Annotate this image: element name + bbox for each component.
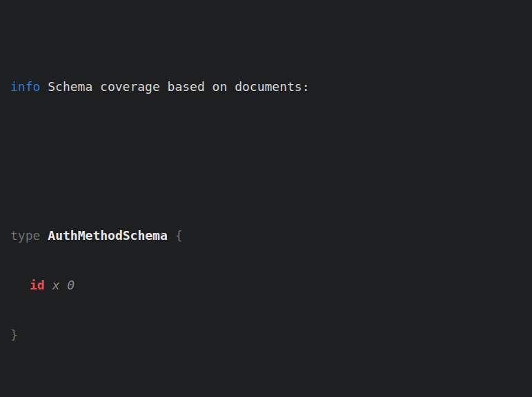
blank-line [10, 393, 525, 397]
info-badge: info [10, 79, 40, 94]
type-name: AuthMethodSchema [48, 228, 167, 243]
info-message: Schema coverage based on documents: [48, 79, 309, 94]
open-brace: { [175, 228, 183, 243]
field-line: idx 0 [10, 277, 525, 294]
log-info-line: info Schema coverage based on documents: [10, 79, 525, 95]
block-close-line: } [10, 327, 525, 343]
field-name: id [30, 278, 45, 292]
terminal-output: info Schema coverage based on documents:… [0, 0, 532, 397]
type-keyword: type [10, 228, 40, 243]
blank-line [10, 145, 525, 161]
field-count: x 0 [52, 278, 75, 292]
type-header-line: typeAuthMethodSchema{ [10, 227, 525, 244]
close-brace: } [10, 327, 18, 342]
